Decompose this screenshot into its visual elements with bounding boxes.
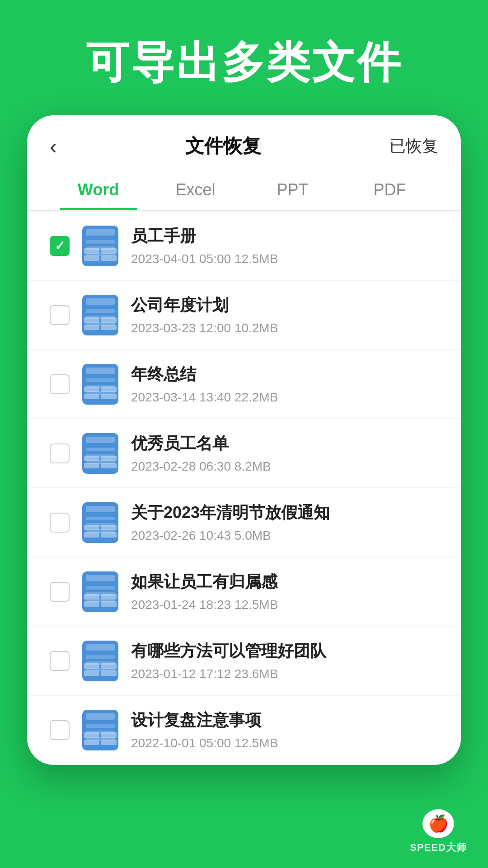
tab-bar: Word Excel PPT PDF	[27, 168, 461, 211]
file-name: 年终总结	[131, 363, 438, 386]
checkbox[interactable]	[50, 720, 70, 740]
list-item[interactable]: 员工手册2023-04-01 05:00 12.5MB	[27, 212, 461, 280]
hero-title: 可导出多类文件	[0, 0, 488, 115]
file-info: 如果让员工有归属感2023-01-24 18:23 12.5MB	[131, 571, 438, 612]
file-meta: 2023-02-28 06:30 8.2MB	[131, 459, 438, 474]
checkbox[interactable]	[50, 582, 70, 602]
file-name: 关于2023年清明节放假通知	[131, 502, 438, 524]
file-meta: 2023-03-23 12:00 10.2MB	[131, 321, 438, 335]
checkbox[interactable]	[50, 374, 70, 394]
file-icon	[82, 502, 118, 543]
list-item[interactable]: 公司年度计划2023-03-23 12:00 10.2MB	[27, 281, 461, 349]
tab-ppt[interactable]: PPT	[244, 168, 341, 210]
file-name: 设计复盘注意事项	[131, 709, 438, 731]
list-item[interactable]: 如果让员工有归属感2023-01-24 18:23 12.5MB	[27, 557, 461, 626]
checkbox[interactable]	[50, 513, 70, 533]
file-icon	[82, 226, 118, 266]
checkbox[interactable]	[50, 443, 70, 463]
file-meta: 2022-10-01 05:00 12.5MB	[131, 736, 438, 750]
file-icon	[82, 571, 118, 612]
checkbox[interactable]	[50, 236, 70, 256]
file-info: 公司年度计划2023-03-23 12:00 10.2MB	[131, 294, 438, 335]
tab-word[interactable]: Word	[50, 168, 147, 210]
tab-pdf[interactable]: PDF	[341, 168, 438, 210]
file-icon	[82, 433, 118, 474]
file-name: 如果让员工有归属感	[131, 571, 438, 593]
logo-badge: 🍎 SPEED大师	[402, 809, 474, 854]
list-item[interactable]: 优秀员工名单2023-02-28 06:30 8.2MB	[27, 419, 461, 487]
file-info: 设计复盘注意事项2022-10-01 05:00 12.5MB	[131, 709, 438, 750]
checkbox[interactable]	[50, 305, 70, 325]
checkbox[interactable]	[50, 651, 70, 671]
logo-icon: 🍎	[428, 814, 449, 833]
logo-text: SPEED大师	[410, 841, 467, 854]
file-icon	[82, 641, 118, 681]
nav-bar: ‹ 文件恢复 已恢复	[27, 115, 461, 168]
file-name: 优秀员工名单	[131, 433, 438, 455]
file-icon	[82, 710, 118, 750]
back-button[interactable]: ‹	[50, 134, 57, 159]
file-icon	[82, 364, 118, 405]
file-meta: 2023-04-01 05:00 12.5MB	[131, 252, 438, 266]
file-info: 有哪些方法可以管理好团队2023-01-12 17:12 23.6MB	[131, 640, 438, 681]
file-meta: 2023-03-14 13:40 22.2MB	[131, 390, 438, 405]
file-info: 年终总结2023-03-14 13:40 22.2MB	[131, 363, 438, 405]
recovered-button[interactable]: 已恢复	[389, 135, 438, 157]
phone-card: ‹ 文件恢复 已恢复 Word Excel PPT PDF 员工手册2023-0…	[27, 115, 461, 765]
file-meta: 2023-02-26 10:43 5.0MB	[131, 528, 438, 543]
page-title: 文件恢复	[185, 133, 261, 159]
file-list: 员工手册2023-04-01 05:00 12.5MB公司年度计划2023-03…	[27, 212, 461, 764]
file-meta: 2023-01-12 17:12 23.6MB	[131, 667, 438, 681]
list-item[interactable]: 有哪些方法可以管理好团队2023-01-12 17:12 23.6MB	[27, 627, 461, 695]
file-icon	[82, 295, 118, 335]
list-item[interactable]: 设计复盘注意事项2022-10-01 05:00 12.5MB	[27, 696, 461, 764]
logo-circle: 🍎	[422, 809, 454, 838]
hero-section: 可导出多类文件	[0, 0, 488, 115]
file-meta: 2023-01-24 18:23 12.5MB	[131, 598, 438, 612]
file-name: 员工手册	[131, 225, 438, 247]
file-name: 公司年度计划	[131, 294, 438, 316]
file-info: 优秀员工名单2023-02-28 06:30 8.2MB	[131, 433, 438, 474]
list-item[interactable]: 年终总结2023-03-14 13:40 22.2MB	[27, 350, 461, 418]
list-item[interactable]: 关于2023年清明节放假通知2023-02-26 10:43 5.0MB	[27, 488, 461, 557]
file-info: 员工手册2023-04-01 05:00 12.5MB	[131, 225, 438, 266]
file-info: 关于2023年清明节放假通知2023-02-26 10:43 5.0MB	[131, 502, 438, 543]
tab-excel[interactable]: Excel	[147, 168, 244, 210]
file-name: 有哪些方法可以管理好团队	[131, 640, 438, 662]
